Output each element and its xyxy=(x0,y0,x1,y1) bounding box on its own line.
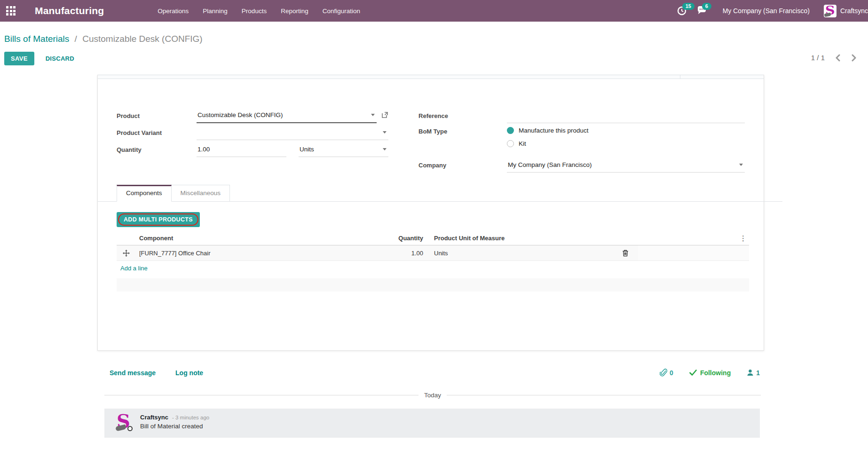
breadcrumb-parent-link[interactable]: Bills of Materials xyxy=(4,34,69,44)
attachments-button[interactable]: 0 xyxy=(660,369,673,377)
product-variant-input[interactable] xyxy=(197,127,388,140)
product-label: Product xyxy=(117,112,197,123)
product-field-row: Product Customizable Desk (CONFIG) xyxy=(117,106,388,123)
pager-next-button[interactable] xyxy=(851,54,857,62)
header-quantity[interactable]: Quantity xyxy=(272,235,427,242)
quantity-field-row: Quantity 1.00 Units xyxy=(117,140,388,157)
send-message-button[interactable]: Send message xyxy=(110,369,156,377)
company-input[interactable]: My Company (San Francisco) xyxy=(507,160,745,173)
components-table: Component Quantity Product Unit of Measu… xyxy=(117,231,749,292)
product-dropdown-caret-icon[interactable] xyxy=(371,114,375,116)
date-divider: Today xyxy=(104,392,761,399)
user-name: Craftsync xyxy=(840,7,868,15)
trash-icon xyxy=(622,250,629,257)
add-multi-products-button[interactable]: ADD MULTI PRODUCTS xyxy=(117,212,200,227)
radio-unchecked-icon[interactable] xyxy=(507,140,514,147)
tab-components[interactable]: Components xyxy=(117,185,172,202)
following-label: Following xyxy=(700,369,731,377)
chatter-right-tools: 0 Following 1 xyxy=(660,369,760,377)
log-note-button[interactable]: Log note xyxy=(175,369,203,377)
bom-type-option-kit[interactable]: Kit xyxy=(507,140,589,147)
attachment-count: 0 xyxy=(670,369,673,377)
message-author-avatar[interactable]: S xyxy=(116,414,134,432)
user-avatar: S xyxy=(824,5,836,17)
reference-label: Reference xyxy=(418,112,507,123)
product-external-link-icon[interactable] xyxy=(381,111,388,123)
main-menus: Operations Planning Products Reporting C… xyxy=(158,8,360,15)
components-panel: ADD MULTI PRODUCTS Component Quantity Pr… xyxy=(98,202,764,292)
product-variant-field-row: Product Variant xyxy=(117,123,388,140)
follower-count: 1 xyxy=(756,369,760,377)
menu-configuration[interactable]: Configuration xyxy=(323,8,360,15)
product-input[interactable]: Customizable Desk (CONFIG) xyxy=(197,110,377,123)
bom-type-radio-group: Manufacture this product Kit xyxy=(507,127,589,154)
reference-field-row: Reference xyxy=(418,106,745,123)
record-pager: 1 / 1 xyxy=(811,54,857,62)
quantity-input[interactable]: 1.00 xyxy=(197,144,286,157)
chevron-left-icon xyxy=(835,54,841,62)
company-switcher[interactable]: My Company (San Francisco) xyxy=(723,7,810,15)
header-component[interactable]: Component xyxy=(135,235,272,242)
empty-table-row xyxy=(117,278,749,292)
delete-row-button[interactable] xyxy=(613,245,638,260)
control-panel-buttons: SAVE DISCARD xyxy=(4,52,74,65)
sheet-top-strip xyxy=(98,75,764,79)
apps-menu-button[interactable] xyxy=(0,0,22,22)
message-content: Craftsync - 3 minutes ago Bill of Materi… xyxy=(140,414,209,432)
radio-checked-icon[interactable] xyxy=(507,127,514,134)
company-field-row: Company My Company (San Francisco) xyxy=(418,156,745,173)
following-button[interactable]: Following xyxy=(689,369,731,377)
menu-reporting[interactable]: Reporting xyxy=(281,8,308,15)
quantity-label: Quantity xyxy=(117,146,197,157)
add-a-line-link[interactable]: Add a line xyxy=(120,265,148,272)
chatter: Send message Log note 0 Following xyxy=(0,351,868,438)
message-item: S Craftsync - 3 minutes ago Bill of Mate… xyxy=(104,409,760,438)
followers-button[interactable]: 1 xyxy=(747,369,760,377)
bom-type-field-row: BoM Type Manufacture this product Kit xyxy=(418,127,745,154)
note-type-badge-icon xyxy=(127,426,133,431)
bom-type-label: BoM Type xyxy=(418,127,507,139)
drag-handle-icon[interactable] xyxy=(117,245,135,260)
menu-products[interactable]: Products xyxy=(242,8,267,15)
menu-operations[interactable]: Operations xyxy=(158,8,189,15)
cell-uom[interactable]: Units xyxy=(427,245,613,260)
header-uom[interactable]: Product Unit of Measure xyxy=(427,235,613,242)
company-dropdown-caret-icon[interactable] xyxy=(739,164,743,166)
activity-clock-button[interactable]: 15 xyxy=(677,5,689,17)
pager-previous-button[interactable] xyxy=(835,54,841,62)
row-filler xyxy=(638,245,749,260)
activity-count-badge: 15 xyxy=(682,3,694,10)
cell-component[interactable]: [FURN_7777] Office Chair xyxy=(135,245,272,260)
bom-type-option-manufacture[interactable]: Manufacture this product xyxy=(507,127,589,134)
save-button[interactable]: SAVE xyxy=(4,52,34,65)
discard-button[interactable]: DISCARD xyxy=(46,55,74,62)
quantity-uom-input[interactable]: Units xyxy=(299,144,388,157)
paperclip-icon xyxy=(660,369,667,377)
message-author-name[interactable]: Craftsync xyxy=(140,414,168,421)
uom-dropdown-caret-icon[interactable] xyxy=(383,148,387,150)
chatter-topbar: Send message Log note 0 Following xyxy=(110,369,760,377)
table-row[interactable]: [FURN_7777] Office Chair 1.00 Units xyxy=(117,245,749,261)
message-body: Bill of Material created xyxy=(140,423,209,430)
message-timestamp: - 3 minutes ago xyxy=(172,415,209,420)
tab-miscellaneous[interactable]: Miscellaneous xyxy=(172,185,230,202)
product-variant-dropdown-caret-icon[interactable] xyxy=(383,131,387,134)
breadcrumb: Bills of Materials / Customizable Desk (… xyxy=(4,34,203,44)
form-left-column: Product Customizable Desk (CONFIG) Produ… xyxy=(117,106,388,173)
table-options-kebab-icon[interactable]: ⋮ xyxy=(638,234,749,243)
apps-grid-icon xyxy=(6,6,16,16)
app-name[interactable]: Manufacturing xyxy=(35,5,104,16)
person-icon xyxy=(747,369,754,376)
menu-planning[interactable]: Planning xyxy=(203,8,228,15)
messages-button[interactable]: 6 xyxy=(696,5,709,17)
chevron-right-icon xyxy=(851,54,857,62)
notebook-tabs: Components Miscellaneous xyxy=(117,185,764,202)
cell-quantity[interactable]: 1.00 xyxy=(272,245,427,260)
navbar-right: 15 6 My Company (San Francisco) S Crafts… xyxy=(677,0,868,22)
date-divider-label: Today xyxy=(424,392,441,399)
form-right-column: Reference BoM Type Manufacture this prod… xyxy=(418,106,745,173)
user-menu[interactable]: S Craftsync xyxy=(824,5,868,17)
reference-input[interactable] xyxy=(507,110,745,123)
product-variant-label: Product Variant xyxy=(117,129,197,140)
manufacturing-bom-page: Manufacturing Operations Planning Produc… xyxy=(0,0,868,457)
